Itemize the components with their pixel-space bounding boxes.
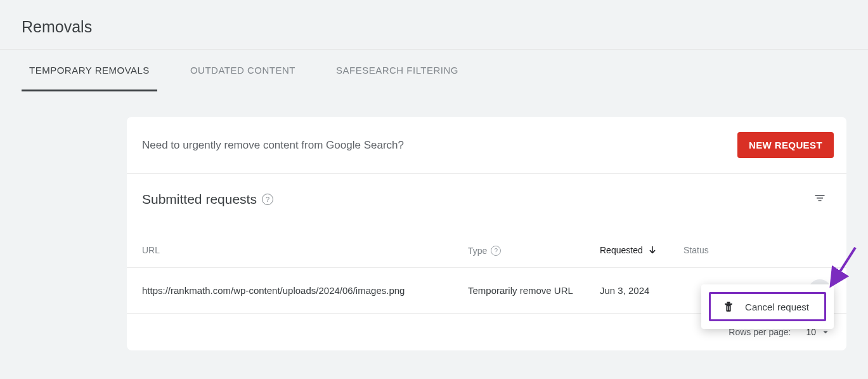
svg-line-3 [835, 248, 855, 279]
tab-safesearch-filtering[interactable]: SAFESEARCH FILTERING [328, 50, 466, 91]
page-title: Removals [22, 18, 846, 36]
arrow-down-icon [647, 244, 658, 256]
cell-requested: Jun 3, 2024 [600, 285, 649, 296]
cell-type: Temporarily remove URL [468, 285, 573, 296]
prompt-text: Need to urgently remove content from Goo… [142, 139, 404, 152]
column-type[interactable]: Type [468, 246, 487, 256]
section-header: Submitted requests ? [127, 174, 846, 220]
cancel-request-menu-item[interactable]: Cancel request [709, 292, 826, 321]
filter-icon [813, 192, 826, 204]
column-requested[interactable]: Requested [600, 245, 643, 255]
page-header: Removals [0, 0, 868, 50]
column-url[interactable]: URL [142, 245, 160, 255]
annotation-arrow [824, 241, 862, 292]
cell-url: https://rankmath.com/wp-content/uploads/… [142, 285, 405, 296]
help-icon[interactable]: ? [262, 194, 273, 205]
help-icon[interactable]: ? [491, 246, 501, 256]
trash-icon [722, 300, 735, 313]
tabs-bar: TEMPORARY REMOVALS OUTDATED CONTENT SAFE… [0, 50, 868, 91]
new-request-button[interactable]: NEW REQUEST [737, 132, 834, 158]
context-menu: Cancel request [701, 284, 834, 329]
tab-temporary-removals[interactable]: TEMPORARY REMOVALS [22, 50, 157, 91]
tab-outdated-content[interactable]: OUTDATED CONTENT [183, 50, 303, 91]
column-status[interactable]: Status [683, 245, 709, 255]
card-header: Need to urgently remove content from Goo… [127, 117, 846, 174]
main-card: Need to urgently remove content from Goo… [127, 117, 846, 350]
filter-button[interactable] [808, 187, 831, 212]
table-header: URL Type ? Requested Status [127, 220, 846, 268]
cancel-request-label: Cancel request [745, 302, 809, 312]
section-title: Submitted requests [142, 192, 257, 207]
